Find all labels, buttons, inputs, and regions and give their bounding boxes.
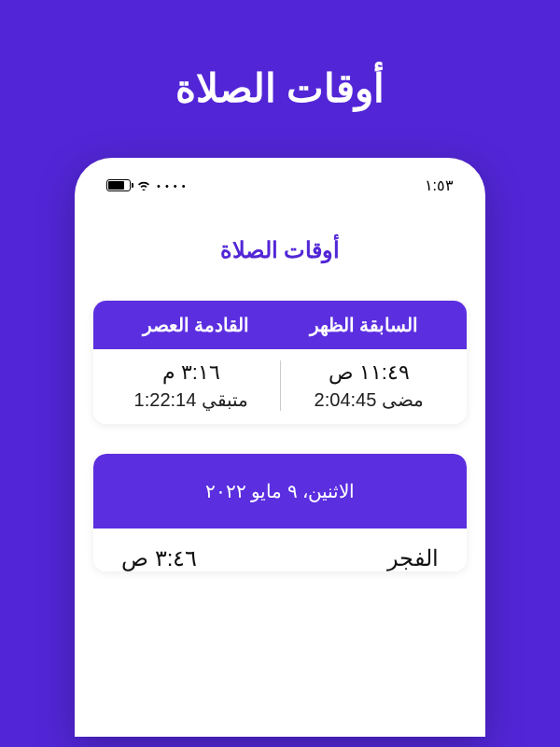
prayer-status-body: ١١:٤٩ ص مضى 2:04:45 ٣:١٦ م متبقي 1:22:14: [93, 349, 467, 424]
signal-dots: • • • •: [157, 180, 187, 191]
next-prayer-label: القادمة العصر: [112, 314, 280, 336]
status-indicators: • • • •: [106, 177, 187, 193]
prayer-time: ٣:٤٦ ص: [121, 545, 197, 571]
status-time: ١:٥٣: [425, 176, 454, 194]
date-header: الاثنين، ٩ مايو ٢٠٢٢: [93, 454, 467, 529]
next-prayer-column: ٣:١٦ م متبقي 1:22:14: [103, 360, 280, 411]
previous-prayer-column: ١١:٤٩ ص مضى 2:04:45: [280, 360, 458, 411]
next-prayer-remaining: متبقي 1:22:14: [112, 388, 271, 411]
next-prayer-time: ٣:١٦ م: [112, 360, 271, 385]
page-title: أوقات الصلاة: [0, 0, 560, 158]
prayer-status-header: السابقة الظهر القادمة العصر: [93, 301, 467, 349]
app-title: أوقات الصلاة: [93, 211, 467, 301]
wifi-icon: [136, 177, 151, 193]
prayer-name: الفجر: [387, 545, 439, 571]
previous-prayer-elapsed: مضى 2:04:45: [290, 388, 449, 411]
battery-icon: [106, 179, 131, 191]
previous-prayer-label: السابقة الظهر: [280, 314, 448, 336]
prayer-status-card: السابقة الظهر القادمة العصر ١١:٤٩ ص مضى …: [93, 301, 467, 424]
prayer-times-card: الاثنين، ٩ مايو ٢٠٢٢ الفجر ٣:٤٦ ص: [93, 454, 467, 571]
phone-frame: • • • • ١:٥٣ أوقات الصلاة السابقة الظهر …: [75, 158, 485, 737]
prayer-row: الفجر ٣:٤٦ ص: [93, 529, 467, 571]
previous-prayer-time: ١١:٤٩ ص: [290, 360, 449, 385]
status-bar: • • • • ١:٥٣: [93, 175, 467, 211]
